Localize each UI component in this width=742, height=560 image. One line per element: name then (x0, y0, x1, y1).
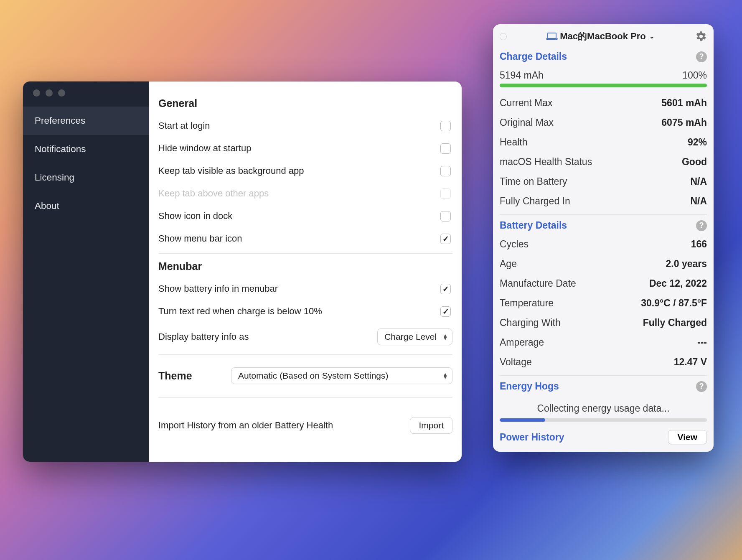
section-title-theme: Theme (158, 370, 192, 382)
chevron-updown-icon: ▲▼ (442, 373, 448, 379)
charge-summary: 5194 mAh 100% (500, 66, 707, 84)
energy-progress-fill (500, 418, 545, 422)
stat-row-fully-charged-in: Fully Charged In N/A (500, 191, 707, 211)
divider (158, 397, 452, 398)
stat-value: 92% (688, 137, 707, 148)
section-header-power-history: Power History View (500, 426, 707, 446)
stat-value: 5601 mAh (661, 97, 707, 109)
sidebar-item-label: Licensing (35, 172, 74, 183)
section-title: Energy Hogs (500, 381, 559, 392)
stat-row-time-on-battery: Time on Battery N/A (500, 172, 707, 191)
pref-row-start-at-login: Start at login (158, 115, 452, 137)
divider (158, 253, 452, 254)
divider (158, 354, 452, 355)
checkbox-text-red[interactable] (440, 306, 451, 317)
sidebar-item-notifications[interactable]: Notifications (23, 135, 149, 163)
zoom-icon[interactable] (58, 89, 65, 97)
checkbox-hide-window[interactable] (440, 143, 451, 154)
stat-label: Manufacture Date (500, 278, 576, 289)
stat-value: N/A (690, 196, 707, 207)
checkbox-show-battery-info[interactable] (440, 284, 451, 294)
stat-row-voltage: Voltage 12.47 V (500, 352, 707, 372)
stat-row-cycles: Cycles 166 (500, 234, 707, 254)
charge-percent: 100% (682, 70, 707, 81)
pref-label: Keep tab visible as background app (158, 165, 304, 176)
close-icon[interactable] (500, 33, 507, 40)
sidebar-item-label: About (35, 201, 59, 211)
pref-row-import: Import History from an older Battery Hea… (158, 405, 452, 434)
stat-label: Health (500, 137, 527, 148)
stat-label: Age (500, 258, 517, 270)
pref-row-text-red: Turn text red when charge is below 10% (158, 300, 452, 323)
pref-label: Show menu bar icon (158, 233, 242, 244)
pref-row-keep-tab-visible: Keep tab visible as background app (158, 160, 452, 182)
charge-bar (500, 84, 707, 87)
pref-row-keep-tab-above: Keep tab above other apps (158, 182, 452, 205)
import-button[interactable]: Import (410, 417, 452, 434)
charge-mah: 5194 mAh (500, 70, 544, 81)
checkbox-keep-tab-above (440, 188, 451, 199)
stat-label: Original Max (500, 117, 554, 128)
view-button[interactable]: View (668, 430, 707, 444)
gear-icon[interactable] (695, 31, 707, 42)
stat-row-amperage: Amperage --- (500, 333, 707, 352)
stat-label: Temperature (500, 298, 554, 309)
energy-progress (500, 418, 707, 422)
select-theme[interactable]: Automatic (Based on System Settings) ▲▼ (231, 367, 452, 384)
stat-value: Good (682, 156, 707, 168)
stat-label: macOS Health Status (500, 156, 592, 168)
device-name: Mac的MacBook Pro (560, 30, 645, 43)
chevron-down-icon: ⌄ (649, 33, 655, 40)
stat-label: Amperage (500, 337, 544, 348)
section-header-energy-hogs: Energy Hogs ? (500, 375, 707, 395)
select-display-as[interactable]: Charge Level ▲▼ (377, 328, 452, 345)
select-value: Charge Level (384, 332, 437, 342)
sidebar-item-licensing[interactable]: Licensing (23, 163, 149, 192)
import-label: Import History from an older Battery Hea… (158, 420, 333, 431)
minimize-icon[interactable] (46, 89, 53, 97)
pref-label: Show icon in dock (158, 211, 232, 221)
pref-label: Turn text red when charge is below 10% (158, 306, 322, 317)
stat-row-manufacture-date: Manufacture Date Dec 12, 2022 (500, 274, 707, 293)
stat-label: Cycles (500, 239, 529, 250)
section-header-charge-details: Charge Details ? (500, 46, 707, 66)
pref-label: Keep tab above other apps (158, 188, 269, 199)
select-value: Automatic (Based on System Settings) (238, 371, 389, 381)
stat-value: 166 (691, 239, 707, 250)
stat-value: N/A (690, 176, 707, 187)
checkbox-show-dock-icon[interactable] (440, 211, 451, 221)
pref-label: Display battery info as (158, 331, 249, 342)
stat-row-macos-health: macOS Health Status Good (500, 152, 707, 172)
stat-value: 12.47 V (674, 356, 707, 368)
stat-value: 6075 mAh (661, 117, 707, 128)
pref-label: Start at login (158, 120, 210, 131)
checkbox-start-at-login[interactable] (440, 121, 451, 131)
pref-row-hide-window: Hide window at startup (158, 137, 452, 160)
sidebar-item-about[interactable]: About (23, 192, 149, 220)
battery-window: Mac的MacBook Pro ⌄ Charge Details ? 5194 … (493, 24, 714, 452)
checkbox-keep-tab-visible[interactable] (440, 166, 451, 176)
chevron-updown-icon: ▲▼ (442, 334, 448, 340)
preferences-sidebar: Preferences Notifications Licensing Abou… (23, 81, 149, 462)
laptop-icon (547, 33, 556, 39)
stat-value: --- (697, 337, 707, 348)
stat-label: Voltage (500, 356, 532, 368)
battery-titlebar: Mac的MacBook Pro ⌄ (493, 24, 714, 46)
section-title-menubar: Menubar (158, 260, 452, 272)
help-icon[interactable]: ? (696, 220, 707, 231)
stat-value: Fully Charged (643, 317, 707, 328)
help-icon[interactable]: ? (696, 381, 707, 392)
stat-row-temperature: Temperature 30.9°C / 87.5°F (500, 293, 707, 313)
sidebar-item-preferences[interactable]: Preferences (23, 107, 149, 135)
help-icon[interactable]: ? (696, 51, 707, 62)
stat-label: Current Max (500, 97, 553, 109)
stat-row-age: Age 2.0 years (500, 254, 707, 274)
checkbox-show-menu-bar-icon[interactable] (440, 234, 451, 244)
section-title: Charge Details (500, 51, 567, 62)
close-icon[interactable] (33, 89, 40, 97)
energy-status: Collecting energy usage data... (500, 395, 707, 418)
preferences-window: Preferences Notifications Licensing Abou… (23, 81, 462, 462)
stat-row-original-max: Original Max 6075 mAh (500, 113, 707, 132)
stat-row-health: Health 92% (500, 132, 707, 152)
device-selector[interactable]: Mac的MacBook Pro ⌄ (511, 30, 691, 43)
